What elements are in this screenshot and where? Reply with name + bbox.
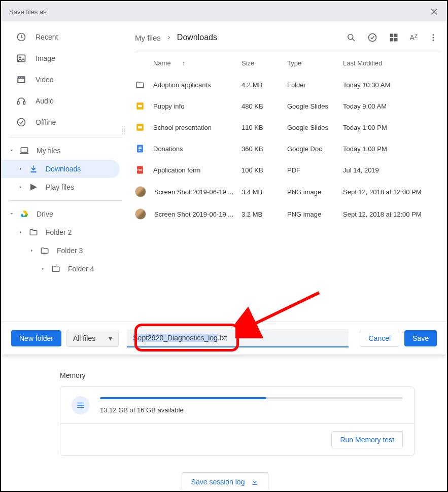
image-thumbnail (135, 208, 146, 220)
svg-rect-10 (21, 148, 27, 152)
sidebar-item-recent[interactable]: Recent (2, 26, 129, 48)
file-type: Google Doc (287, 145, 343, 153)
docs-icon (135, 144, 145, 154)
search-icon[interactable] (346, 32, 356, 43)
save-file-dialog: Save files as RecentImageVideoAudioOffli… (2, 2, 446, 355)
sidebar-item-offline[interactable]: Offline (2, 112, 129, 133)
sort-options-icon[interactable]: AZ (410, 33, 418, 42)
memory-detail-text: 13.12 GB of 16 GB available (100, 406, 403, 414)
file-size: 480 KB (242, 102, 287, 110)
folder-icon (51, 264, 61, 274)
svg-rect-1 (77, 405, 84, 406)
pdf-icon: PDF (135, 165, 145, 175)
file-modified: Today 1:00 PM (343, 124, 437, 131)
tree-item-folder-4[interactable]: Folder 4 (2, 260, 129, 278)
chevron-down-icon: ▾ (109, 334, 112, 342)
file-table: Name ↑ Size Type Last Modified Adoption … (129, 52, 441, 225)
dialog-titlebar[interactable]: Save files as (2, 2, 446, 21)
table-row[interactable]: PDFApplication form100 KBPDFJul 14, 2019 (129, 159, 441, 181)
sidebar: RecentImageVideoAudioOffline My filesDow… (2, 21, 129, 322)
sidebar-item-image[interactable]: Image (2, 48, 129, 69)
svg-rect-14 (394, 34, 397, 38)
svg-point-19 (433, 40, 434, 41)
column-size[interactable]: Size (242, 59, 287, 67)
laptop-icon (19, 146, 29, 156)
file-type: PNG image (287, 210, 343, 218)
file-type: Google Slides (287, 124, 343, 131)
svg-point-17 (433, 34, 434, 36)
folder-icon (28, 227, 39, 237)
grid-view-icon[interactable] (389, 32, 399, 43)
breadcrumb-current: Downloads (177, 33, 217, 42)
table-row[interactable]: Adoption applicants4.2 MBFolderToday 10:… (129, 74, 441, 95)
breadcrumb[interactable]: My files Downloads (135, 33, 217, 42)
column-modified[interactable]: Last Modified (343, 59, 437, 67)
file-name: School presentation (153, 124, 212, 131)
resize-handle[interactable]: ⠿⠿ (121, 128, 127, 134)
run-memory-test-button[interactable]: Run Memory test (331, 431, 403, 448)
chevron-right-icon (39, 266, 48, 272)
filename-input[interactable]: Sept2920_Diagnostics_log.txt (127, 329, 349, 347)
offline-icon (16, 117, 26, 127)
svg-text:PDF: PDF (137, 168, 143, 171)
file-type: PNG image (287, 188, 343, 196)
table-row[interactable]: Donations360 KBGoogle DocToday 1:00 PM (129, 138, 441, 159)
tree-item-label: Downloads (46, 165, 81, 173)
sidebar-item-label: Video (36, 76, 54, 84)
file-modified: Today 10:30 AM (343, 81, 437, 89)
memory-section: Memory 13.12 GB of 16 GB available Run M… (13, 357, 437, 491)
close-icon[interactable] (430, 7, 439, 16)
sidebar-item-audio[interactable]: Audio (2, 90, 129, 112)
slides-icon (135, 122, 145, 132)
tree-item-label: Drive (37, 210, 53, 218)
tree-item-my-files[interactable]: My files (2, 142, 129, 160)
file-name: Adoption applicants (153, 81, 211, 89)
file-size: 110 KB (242, 124, 287, 131)
file-size: 4.2 MB (242, 81, 287, 89)
table-row[interactable]: Puppy info480 KBGoogle SlidesToday 9:00 … (129, 95, 441, 117)
offline-icon[interactable] (367, 32, 377, 43)
table-row[interactable]: Screen Shot 2019-06-19 ...3.4 MBPNG imag… (129, 181, 441, 203)
more-options-icon[interactable] (429, 33, 438, 42)
sidebar-item-label: Recent (36, 33, 58, 41)
svg-point-9 (18, 119, 25, 126)
save-session-log-button[interactable]: Save session log (182, 472, 269, 491)
table-row[interactable]: Screen Shot 2019-06-19 ...3.2 MBPNG imag… (129, 203, 441, 225)
svg-rect-2 (77, 407, 84, 408)
tree-item-folder-3[interactable]: Folder 3 (2, 241, 129, 260)
slides-icon (135, 101, 145, 111)
tree-item-label: My files (37, 147, 60, 155)
chevron-right-icon (16, 166, 25, 172)
folder-icon (40, 245, 50, 256)
svg-rect-16 (394, 38, 397, 42)
file-modified: Jul 14, 2019 (343, 166, 437, 174)
new-folder-button[interactable]: New folder (11, 330, 61, 346)
filename-selected-text: Sept2920_Diagnostics_log (133, 334, 218, 342)
tree-item-play-files[interactable]: Play files (2, 178, 129, 196)
chevron-right-icon (16, 184, 25, 190)
file-name: Application form (153, 166, 200, 174)
memory-icon (72, 396, 90, 414)
file-type: PDF (287, 166, 343, 174)
file-name: Screen Shot 2019-06-19 ... (154, 188, 233, 196)
file-name: Puppy info (153, 102, 184, 110)
play-icon (28, 182, 39, 192)
file-modified: Today 9:00 AM (343, 102, 437, 110)
chevron-down-icon (7, 211, 16, 217)
cancel-button[interactable]: Cancel (360, 330, 399, 347)
sort-ascending-icon: ↑ (182, 59, 186, 67)
table-header[interactable]: Name ↑ Size Type Last Modified (129, 52, 441, 74)
tree-item-downloads[interactable]: Downloads (2, 160, 120, 178)
tree-item-drive[interactable]: Drive (2, 205, 129, 223)
column-name[interactable]: Name ↑ (135, 59, 242, 67)
column-type[interactable]: Type (287, 59, 343, 67)
breadcrumb-parent[interactable]: My files (135, 33, 161, 42)
sidebar-item-video[interactable]: Video (2, 69, 129, 90)
table-row[interactable]: School presentation110 KBGoogle SlidesTo… (129, 117, 441, 138)
file-type-filter[interactable]: All files ▾ (66, 330, 119, 347)
chevron-right-icon (27, 248, 37, 254)
save-button[interactable]: Save (404, 330, 437, 346)
image-thumbnail (135, 186, 146, 197)
tree-item-folder-2[interactable]: Folder 2 (2, 223, 129, 241)
file-modified: Sept 12, 2018 at 12:00 PM (343, 210, 437, 218)
